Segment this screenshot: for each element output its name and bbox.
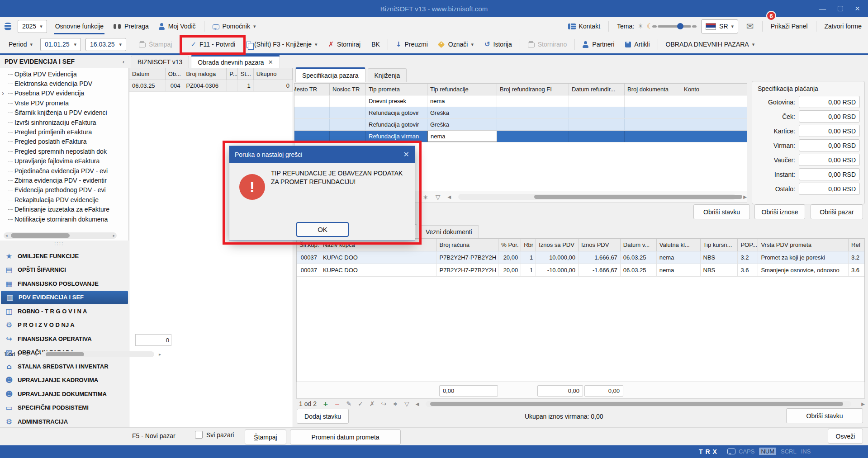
minimize-button[interactable]: — (819, 5, 826, 13)
tree-item[interactable]: Zbirna evidencija PDV - evidentir (6, 175, 128, 185)
sidebar-hscrollbar[interactable]: ◂▸ (4, 232, 117, 239)
stavke-hscrollbar[interactable] (426, 401, 852, 407)
sidebar-section[interactable]: ▤ OPŠTI ŠIFARNICI (0, 263, 129, 277)
mail-button[interactable]: ✉ (745, 17, 756, 35)
stavke-row[interactable]: 00037 KUPAC DOO P7B2Y2H7-P7B2Y2H 20,00 1… (297, 251, 864, 264)
tree-item[interactable]: Pregled primljenih eFaktura (6, 127, 128, 137)
tree-item[interactable]: Pregled poslatih eFaktura (6, 137, 128, 146)
sidebar-section[interactable]: ⚙ ADMINISTRACIJA (0, 415, 129, 429)
stampaj-button[interactable]: Štampaj (245, 430, 286, 444)
kontakt-button[interactable]: Kontakt (566, 17, 602, 35)
pazar-row[interactable]: 06.03.25 004 PZ004-0306 1 0 (129, 80, 293, 92)
dodaj-stavku-button[interactable]: Dodaj stavku (297, 409, 349, 424)
storniraj-button[interactable]: ✗ Storniraj (325, 37, 364, 52)
tree-item[interactable]: Notifikacije storniranih dokumena (6, 214, 128, 224)
preuzmi-button[interactable]: ↓ Preuzmi (393, 37, 431, 52)
oznaci-dropdown[interactable]: Označi▾ (436, 37, 477, 52)
sidebar-splitter[interactable]: ········ (54, 241, 64, 246)
spec-row[interactable]: Dnevni presek nema (294, 95, 747, 107)
sidebar-section[interactable]: ⌂ STALNA SREDSTVA I INVENTAR (0, 359, 129, 373)
scroll-right-icon[interactable]: ▶ (861, 401, 865, 406)
obrada-dnevnih-pazara-dropdown[interactable]: OBRADA DNEVNIH PAZARA▾ (663, 37, 758, 52)
tab-vezni-dokumenti[interactable]: Vezni dokumenti (419, 225, 479, 238)
tree-item[interactable]: Izvrši sinhronizaciju eFaktura (6, 118, 128, 127)
artikli-button[interactable]: Artikli (622, 37, 653, 52)
menu-osnovne-funkcije[interactable]: Osnovne funkcije (53, 17, 105, 35)
prikazi-panel-button[interactable]: Prikaži Panel (769, 17, 810, 35)
tree-item[interactable]: Elektronska evidencija PDV (6, 79, 128, 88)
tree-item[interactable]: Pregled spremnih neposlatih dok (6, 146, 128, 156)
obrisi-iznose-button[interactable]: Obriši iznose (754, 204, 805, 219)
sidebar-section[interactable]: ★ OMILJENE FUNKCIJE (0, 249, 129, 263)
f3-knjizenje-button[interactable]: (Shift) F3 - Knjiženje▾ (243, 37, 320, 52)
sidebar-section[interactable]: ▭ SPECIFIČNI PODSISTEMI (0, 401, 129, 415)
osvezi-button[interactable]: Osveži (828, 429, 863, 444)
stornirano-button[interactable]: Stornirano (525, 37, 570, 52)
promeni-datum-prometa-button[interactable]: Promeni datum prometa (290, 430, 401, 444)
sidebar-section[interactable]: ☻ UPRAVLJANJE DOKUMENTIMA (0, 387, 129, 401)
filter-funnel-icon[interactable]: ▽ (404, 400, 409, 407)
field-value[interactable]: 0,00 RSD (799, 154, 860, 166)
scroll-left-icon[interactable]: ◂ (34, 352, 37, 357)
tree-item[interactable]: Šifarnik knjiženja u PDV evidenci (6, 108, 128, 118)
sidebar-section[interactable]: ◫ ROBNO - T R G O V I N A (0, 304, 129, 318)
date-from-field[interactable]: 01.01.25▾ (40, 38, 81, 51)
field-value[interactable]: 0,00 RSD (799, 168, 860, 180)
filter-star-icon[interactable]: ∗ (423, 194, 428, 201)
refresh-arrow-icon[interactable]: ↪ (381, 400, 387, 407)
menu-moj-vodic[interactable]: Moj Vodič (157, 17, 198, 35)
tab-specifikacija-pazara[interactable]: Specifikacija pazara (295, 67, 365, 82)
field-value[interactable]: 0,00 RSD (799, 183, 860, 195)
status-chat-icon[interactable] (727, 449, 735, 454)
f11-potvrdi-button[interactable]: ✓ F11 - Potvrdi (187, 37, 238, 52)
f5-novi-pazar-button[interactable]: F5 - Novi pazar (132, 432, 175, 439)
date-to-field[interactable]: 16.03.25▾ (85, 38, 126, 51)
edit-pencil-icon[interactable]: ✎ (346, 400, 351, 407)
svi-pazari-checkbox[interactable] (195, 431, 203, 439)
maximize-button[interactable] (838, 6, 843, 11)
spec-hscrollbar[interactable] (458, 194, 736, 200)
add-row-icon[interactable]: + (323, 400, 328, 407)
tree-item[interactable]: Opšta PDV Evidencija (6, 69, 128, 79)
menu-pretraga[interactable]: Pretraga (112, 17, 151, 35)
language-selector[interactable]: SR▾ (701, 19, 738, 33)
bk-button[interactable]: BK (368, 37, 383, 52)
sidebar-section[interactable]: ↪ FINANSIJSKA OPERATIVA (0, 332, 129, 346)
spec-row[interactable]: Refundacija gotovir Greška (294, 107, 747, 119)
field-value[interactable]: 0,00 RSD (799, 125, 860, 137)
sidebar-section[interactable]: ▥ PDV EVIDENCIJA I SEF (1, 291, 128, 305)
scroll-right-icon[interactable]: ▶ (743, 194, 747, 199)
tree-item[interactable]: Vrste PDV prometa (6, 98, 128, 108)
stavke-row[interactable]: 00037 KUPAC DOO P7B2Y2H7-P7B2Y2H 20,00 1… (297, 264, 864, 277)
tab-knjizenja[interactable]: Knjiženja (368, 68, 407, 82)
post-check-icon[interactable]: ✓ (358, 400, 363, 407)
tab-obrada-dnevnih-pazara[interactable]: Obrada dnevnih pazara ✕ (191, 55, 280, 68)
tree-item[interactable]: Upravljanje fajlovima eFaktura (6, 156, 128, 166)
theme-slider[interactable] (658, 25, 691, 28)
close-button[interactable]: × (855, 4, 860, 14)
cancel-x-icon[interactable]: ✗ (370, 400, 375, 407)
sidebar-section[interactable]: ▦ FINANSIJSKO POSLOVANJE (0, 277, 129, 291)
sun-icon[interactable]: ☀ (637, 23, 643, 30)
collapse-sidebar-button[interactable]: ‹ (123, 58, 124, 65)
filter-funnel-icon[interactable]: ▽ (436, 194, 441, 201)
dialog-title-bar[interactable]: Poruka o nastaloj grešci ✕ (229, 146, 415, 163)
sidebar-section[interactable]: ⚙ P R O I Z V O D NJ A (0, 318, 129, 332)
obrisi-stavku-button[interactable]: Obriši stavku (693, 204, 750, 219)
tree-item[interactable]: Pojedinačna evidencija PDV - evi (6, 166, 128, 175)
istorija-button[interactable]: ↺ Istorija (481, 37, 515, 52)
pazar-hscrollbar[interactable] (41, 351, 154, 357)
filter-star-icon[interactable]: ∗ (393, 400, 398, 407)
spec-row[interactable]: Refundacija gotovir Greška (294, 119, 747, 131)
scroll-left-icon[interactable]: ◀ (416, 401, 419, 406)
tree-item[interactable]: Evidencija prethodnog PDV - evi (6, 185, 128, 195)
obrisi-stavku-bottom-button[interactable]: Obriši stavku (786, 408, 863, 423)
tree-item[interactable]: Definisanje izuzetaka za eFakture (6, 204, 128, 214)
field-value[interactable]: 0,00 RSD (799, 96, 860, 108)
stampaj-toolbar-button[interactable]: Štampaj (136, 37, 175, 52)
scroll-left-icon[interactable]: ◀ (448, 194, 451, 199)
close-tab-icon[interactable]: ✕ (268, 59, 273, 66)
tree-item[interactable]: Posebna PDV evidencija (6, 89, 128, 98)
partneri-button[interactable]: Partneri (579, 37, 617, 52)
dialog-ok-button[interactable]: OK (296, 222, 349, 237)
